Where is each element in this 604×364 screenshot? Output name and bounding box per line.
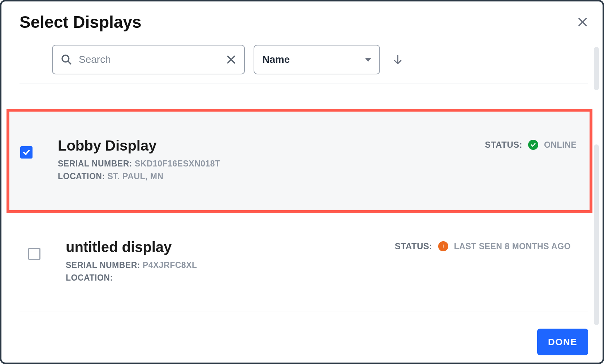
display-row[interactable]: Lobby Display SERIAL NUMBER: SKD10F16ESX… [7, 109, 592, 213]
status-block: STATUS: LAST SEEN 8 MONTHS AGO [395, 241, 571, 251]
row-main: untitled display SERIAL NUMBER: P4XJRFC8… [66, 239, 395, 286]
display-row[interactable]: untitled display SERIAL NUMBER: P4XJRFC8… [20, 213, 588, 312]
status-online-icon [528, 140, 538, 150]
display-name: untitled display [66, 239, 395, 255]
sort-dropdown-label: Name [262, 54, 290, 65]
row-checkbox[interactable] [28, 248, 40, 260]
chevron-down-icon [365, 58, 371, 62]
display-list: Lobby Display SERIAL NUMBER: SKD10F16ESX… [20, 83, 588, 312]
serial-line: SERIAL NUMBER: SKD10F16ESXN018T [58, 159, 485, 169]
sort-direction-button[interactable] [392, 54, 403, 65]
serial-value: SKD10F16ESXN018T [135, 159, 220, 168]
status-label: STATUS: [485, 140, 522, 150]
svg-line-3 [68, 61, 71, 64]
status-block: STATUS: ONLINE [485, 140, 577, 150]
sort-dropdown[interactable]: Name [254, 45, 380, 74]
toolbar: Name [20, 45, 588, 83]
location-label: LOCATION: [66, 273, 113, 282]
search-input[interactable] [79, 54, 226, 65]
dialog-header: Select Displays [20, 12, 588, 32]
serial-line: SERIAL NUMBER: P4XJRFC8XL [66, 260, 395, 270]
done-button[interactable]: DONE [537, 329, 588, 355]
svg-point-8 [443, 247, 444, 248]
list-spacer [20, 83, 588, 109]
status-text: LAST SEEN 8 MONTHS AGO [454, 242, 571, 251]
display-name: Lobby Display [58, 138, 485, 154]
serial-value: P4XJRFC8XL [143, 260, 197, 270]
scrollbar-thumb[interactable] [594, 47, 599, 90]
dialog-title: Select Displays [20, 12, 142, 32]
row-checkbox[interactable] [20, 146, 33, 159]
location-line: LOCATION: ST. PAUL, MN [58, 172, 485, 181]
close-icon[interactable] [577, 17, 588, 27]
status-label: STATUS: [395, 241, 432, 251]
serial-label: SERIAL NUMBER: [66, 260, 140, 270]
row-main: Lobby Display SERIAL NUMBER: SKD10F16ESX… [58, 138, 485, 184]
location-line: LOCATION: [66, 273, 395, 283]
select-displays-dialog: Select Displays Name [0, 0, 604, 364]
serial-label: SERIAL NUMBER: [58, 159, 132, 168]
clear-search-icon[interactable] [226, 55, 236, 65]
scrollbar-thumb[interactable] [594, 144, 599, 325]
dialog-footer: DONE [16, 322, 588, 355]
search-icon [61, 54, 72, 65]
status-warning-icon [438, 241, 448, 251]
location-value: ST. PAUL, MN [107, 172, 163, 181]
svg-rect-7 [443, 244, 443, 247]
status-text: ONLINE [544, 140, 577, 150]
location-label: LOCATION: [58, 172, 105, 181]
search-box [52, 45, 245, 74]
